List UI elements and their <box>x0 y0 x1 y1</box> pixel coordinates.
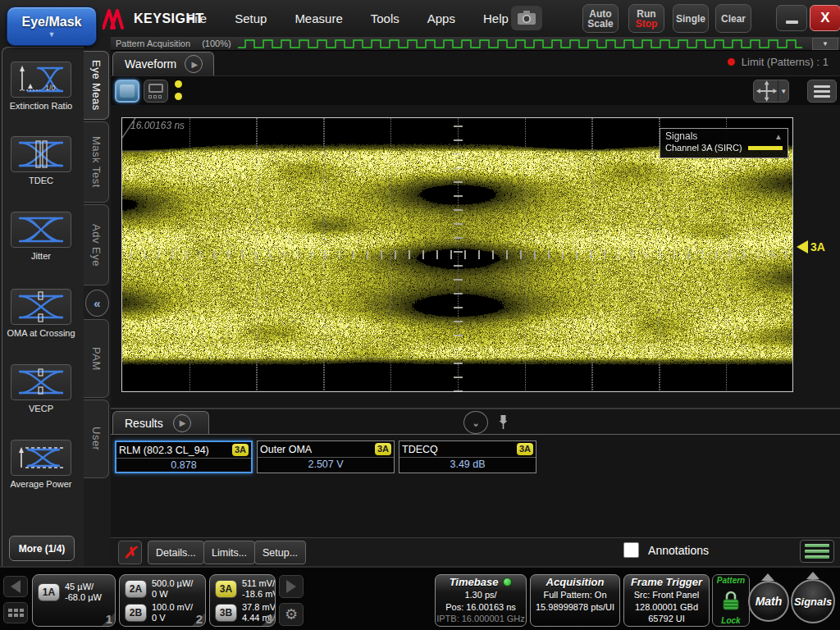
acquisition-panel[interactable]: Acquisition Full Pattern: On 15.98999878… <box>530 574 620 627</box>
tab-adv-eye[interactable]: Adv Eye <box>84 204 109 285</box>
flexdca-window: KEYSIGHT File Setup Measure Tools Apps H… <box>0 0 840 630</box>
waveform-tab-play-icon[interactable]: ▶ <box>185 55 203 73</box>
frame-trigger-panel[interactable]: Frame Trigger Src: Front Panel 128.00001… <box>623 574 710 627</box>
channel-group-3[interactable]: 3A 511 mV/ -18.6 mV 3B 37.8 mV/ 4.44 mV … <box>209 574 276 627</box>
channels-scroll-right-button[interactable] <box>279 575 304 598</box>
grid-dots-icon <box>8 609 24 617</box>
channel-1a-badge[interactable]: 1A <box>38 583 60 601</box>
menu-setup[interactable]: Setup <box>235 11 267 25</box>
sidebar-collapse-button[interactable]: « <box>85 290 109 317</box>
signals-button[interactable]: Signals <box>791 579 835 623</box>
menu-apps[interactable]: Apps <box>427 11 455 25</box>
limit-status-text: Limit (Patterns) : 1 <box>742 56 829 68</box>
menu-measure[interactable]: Measure <box>294 11 342 25</box>
sidebar-item-extinction-ratio[interactable]: 1/0 Extinction Ratio <box>0 62 82 112</box>
channels-overview-button[interactable] <box>3 602 28 623</box>
channel-3b-badge[interactable]: 3B <box>215 604 237 622</box>
eye-diagram-canvas[interactable] <box>122 118 792 391</box>
display-menu-button[interactable] <box>807 80 837 103</box>
double-chevron-down-icon2: ⌄ <box>472 421 479 426</box>
pattern-lock-indicator[interactable]: Pattern Lock <box>712 574 750 627</box>
split-display-icon <box>148 84 163 93</box>
channel-group-1[interactable]: 1A 45 µW/ -68.0 µW 1 <box>32 574 116 627</box>
tab-mask-test[interactable]: Mask Test <box>84 121 109 203</box>
channel-offset: -18.6 mV <box>242 589 276 600</box>
math-button[interactable]: Math <box>748 581 789 622</box>
channel-2a-badge[interactable]: 2A <box>125 580 147 598</box>
frame-trigger-source: Src: Front Panel <box>624 589 709 601</box>
run-stop-button[interactable]: Run Stop <box>628 4 664 33</box>
split-display-button[interactable] <box>144 80 168 103</box>
channel-3a-level-marker[interactable]: 3A <box>797 240 825 253</box>
tab-results[interactable]: Results ▶ <box>112 411 209 434</box>
pattern-waveform-canvas <box>238 37 802 50</box>
screenshot-button[interactable] <box>511 6 542 30</box>
result-card-rlm[interactable]: RLM (802.3 CL_94) 3A 0.878 <box>115 441 253 473</box>
stop-label: Stop <box>636 19 658 29</box>
sidebar-item-label: TDEC <box>29 176 53 186</box>
group-number: 3 <box>266 612 272 626</box>
sidebar-item-oma-at-crossing[interactable]: OMA at Crossing <box>0 289 82 339</box>
menu-tools[interactable]: Tools <box>371 11 399 25</box>
channel-3a-badge[interactable]: 3A <box>215 580 237 598</box>
waveform-toolbar: ▼ <box>111 75 840 105</box>
more-measurements-button[interactable]: More (1/4) <box>9 536 75 561</box>
marker-label: 3A <box>810 240 825 253</box>
setup-button[interactable]: Setup... <box>254 541 306 564</box>
results-tab-play-icon[interactable]: ▶ <box>173 414 191 432</box>
green-lines-icon <box>805 544 829 547</box>
single-button[interactable]: Single <box>673 4 709 33</box>
timebase-panel[interactable]: Timebase 1.30 ps/ Pos: 16.00163 ns IPTB:… <box>435 574 527 627</box>
tab-eye-meas[interactable]: Eye Meas <box>84 51 109 120</box>
results-pin-button[interactable] <box>498 414 509 433</box>
auto-scale-button[interactable]: Auto Scale <box>582 4 619 33</box>
legend-collapse-icon[interactable]: ▲ <box>774 132 783 141</box>
result-value: 3.49 dB <box>399 457 536 471</box>
menu-file[interactable]: File <box>187 11 207 25</box>
details-button[interactable]: Details... <box>148 541 204 564</box>
eye-diagram-plot[interactable]: 16.00163 ns Signals ▲ Channel 3A (SIRC) <box>121 117 793 392</box>
pattern-bar-dropdown-button[interactable]: ▼ <box>812 38 838 50</box>
sidebar-item-jitter[interactable]: Jitter <box>0 212 82 262</box>
channels-scroll-left-button[interactable] <box>3 576 28 597</box>
math-popup-arrow-icon[interactable] <box>761 573 774 581</box>
plot-container: 16.00163 ns Signals ▲ Channel 3A (SIRC) … <box>111 105 840 408</box>
delete-measurement-button[interactable]: ✗ <box>118 541 142 564</box>
sidebar-item-label: Extinction Ratio <box>10 101 72 112</box>
minimize-button[interactable] <box>776 5 807 31</box>
channel-2b-badge[interactable]: 2B <box>125 604 147 622</box>
single-label: Single <box>676 14 705 24</box>
mode-selector-button[interactable]: Eye/Mask ▼ <box>7 7 97 46</box>
results-collapse-button[interactable]: ⌄ ⌄ <box>463 411 488 434</box>
channel-3a-swatch <box>748 146 783 150</box>
annotations-checkbox[interactable] <box>623 542 639 558</box>
pattern-acquisition-bar: Pattern Acquisition (100%) ▼ <box>111 37 840 51</box>
sidebar-item-average-power[interactable]: Average Power <box>0 440 82 490</box>
channel-group-2[interactable]: 2A 500.0 µW/ 0 W 2B 100.0 mV/ 0 V 2 <box>119 574 206 627</box>
er-annotation: 1/0 <box>45 84 56 92</box>
annotation-lines-button[interactable] <box>800 540 834 563</box>
split-display-icon-sq <box>153 95 157 98</box>
pan-tool-dropdown[interactable]: ▼ <box>778 80 788 102</box>
camera-icon <box>517 10 536 26</box>
sidebar-item-vecp[interactable]: VECP <box>0 364 82 414</box>
signals-popup-arrow-icon[interactable] <box>806 572 819 579</box>
tab-pam[interactable]: PAM <box>84 319 109 398</box>
clear-button[interactable]: Clear <box>715 4 751 33</box>
result-value: 0.878 <box>116 458 251 472</box>
result-label: RLM (802.3 CL_94) <box>119 445 209 456</box>
frame-trigger-length: 65792 UI <box>624 613 709 625</box>
result-card-outer-oma[interactable]: Outer OMA 3A 2.507 V <box>257 441 395 473</box>
pan-zoom-tool-button[interactable]: ▼ <box>753 80 789 103</box>
channel-settings-button[interactable]: ⚙ <box>279 603 304 626</box>
gear-icon: ⚙ <box>285 607 298 622</box>
menu-help[interactable]: Help <box>483 11 509 25</box>
result-card-tdecq[interactable]: TDECQ 3A 3.49 dB <box>399 441 536 473</box>
sidebar-item-tdec[interactable]: TDEC <box>0 136 82 186</box>
tab-user[interactable]: User <box>84 399 109 478</box>
single-display-button[interactable] <box>115 80 139 103</box>
close-button[interactable]: X <box>810 5 840 31</box>
signals-legend[interactable]: Signals ▲ Channel 3A (SIRC) <box>660 128 788 158</box>
tab-waveform[interactable]: Waveform ▶ <box>112 52 214 75</box>
limits-button[interactable]: Limits... <box>203 541 255 564</box>
